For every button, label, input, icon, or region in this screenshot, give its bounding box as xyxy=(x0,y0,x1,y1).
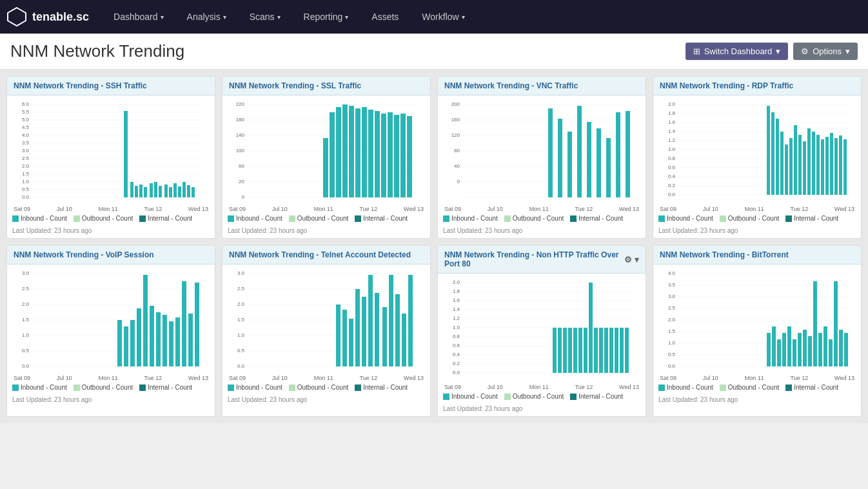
svg-rect-33 xyxy=(154,182,157,197)
svg-text:3.0: 3.0 xyxy=(237,270,245,276)
svg-text:0: 0 xyxy=(242,194,245,200)
options-button[interactable]: ⚙ Options ▾ xyxy=(793,43,858,60)
svg-rect-114 xyxy=(767,106,770,195)
svg-rect-246 xyxy=(798,333,802,366)
svg-rect-84 xyxy=(558,119,562,197)
rdp-x-labels: Sat 09 Jul 10 Mon 11 Tue 12 Wed 13 xyxy=(658,206,856,212)
svg-rect-116 xyxy=(776,119,779,195)
svg-text:0.6: 0.6 xyxy=(668,165,676,170)
svg-rect-115 xyxy=(771,112,774,195)
svg-rect-213 xyxy=(584,328,587,373)
svg-rect-127 xyxy=(825,137,829,195)
svg-text:4.5: 4.5 xyxy=(22,125,30,130)
svg-rect-152 xyxy=(156,312,161,366)
nonhttp-legend: Inbound - Count Outbound - Count Interna… xyxy=(443,393,640,400)
svg-rect-126 xyxy=(821,139,824,195)
svg-rect-217 xyxy=(604,328,608,373)
nav-scans[interactable]: Scans ▾ xyxy=(238,0,292,34)
logo-text: tenable.sc xyxy=(32,10,89,24)
chevron-down-icon: ▾ xyxy=(845,46,850,56)
nav-analysis[interactable]: Analysis ▾ xyxy=(175,0,238,34)
widget-voip-title: NNM Network Trending - VoIP Session xyxy=(14,250,154,259)
svg-rect-29 xyxy=(135,186,138,197)
svg-rect-87 xyxy=(587,122,591,197)
svg-text:1.8: 1.8 xyxy=(453,288,460,294)
switch-dashboard-button[interactable]: ⊞ Switch Dashboard ▾ xyxy=(686,43,789,60)
svg-rect-173 xyxy=(336,304,340,366)
widget-ssl-title: NNM Network Trending - SSL Traffic xyxy=(229,81,361,90)
svg-rect-158 xyxy=(195,283,199,366)
svg-rect-176 xyxy=(355,289,360,366)
page-title: NNM Network Trending xyxy=(10,41,184,61)
svg-rect-175 xyxy=(349,319,353,366)
svg-text:0.5: 0.5 xyxy=(237,348,245,354)
svg-rect-27 xyxy=(124,111,128,197)
nav-assets[interactable]: Assets xyxy=(360,0,410,34)
svg-rect-179 xyxy=(375,293,379,366)
widget-rdp-body: 2.0 1.8 1.6 1.4 1.2 1.0 0.8 0.6 0.4 0.2 … xyxy=(653,95,861,225)
svg-rect-243 xyxy=(782,333,786,366)
chevron-down-icon: ▾ xyxy=(462,14,465,21)
svg-text:0.5: 0.5 xyxy=(22,186,30,192)
svg-rect-249 xyxy=(813,281,817,366)
svg-text:0.8: 0.8 xyxy=(453,334,460,339)
svg-text:1.6: 1.6 xyxy=(453,297,460,303)
widget-rdp-title: NNM Network Trending - RDP Traffic xyxy=(660,81,793,90)
widget-telnet-title: NNM Network Trending - Telnet Account De… xyxy=(229,250,411,259)
vnc-legend: Inbound - Count Outbound - Count Interna… xyxy=(443,215,640,222)
navbar: tenable.sc Dashboard ▾ Analysis ▾ Scans … xyxy=(0,0,868,34)
svg-text:220: 220 xyxy=(236,101,245,107)
svg-rect-62 xyxy=(362,107,367,197)
svg-text:5.0: 5.0 xyxy=(22,117,30,123)
svg-rect-178 xyxy=(368,275,373,366)
svg-text:1.0: 1.0 xyxy=(22,179,30,185)
svg-rect-36 xyxy=(169,187,172,197)
svg-rect-242 xyxy=(777,339,781,366)
chevron-down-icon: ▾ xyxy=(223,14,226,21)
svg-rect-39 xyxy=(182,182,186,197)
svg-text:60: 60 xyxy=(239,163,244,169)
svg-rect-37 xyxy=(173,183,177,197)
svg-rect-244 xyxy=(787,326,791,366)
svg-text:1.0: 1.0 xyxy=(668,340,676,346)
chevron-down-icon: ▾ xyxy=(776,46,780,56)
widget-ssh-title: NNM Network Trending - SSH Traffic xyxy=(14,81,147,90)
svg-text:0.5: 0.5 xyxy=(22,348,30,354)
svg-rect-30 xyxy=(139,185,143,197)
svg-rect-156 xyxy=(182,281,186,366)
svg-rect-247 xyxy=(803,330,807,366)
svg-text:1.5: 1.5 xyxy=(237,317,245,323)
widget-nonhttp-actions[interactable]: ⚙ ▾ xyxy=(624,255,639,264)
svg-text:1.5: 1.5 xyxy=(22,317,30,323)
svg-text:1.6: 1.6 xyxy=(668,119,676,125)
svg-text:2.0: 2.0 xyxy=(22,163,30,169)
svg-text:1.0: 1.0 xyxy=(237,332,245,338)
svg-rect-174 xyxy=(342,310,347,366)
widget-vnc-body: 200 160 120 80 40 0 xyxy=(438,95,646,225)
svg-text:20: 20 xyxy=(239,179,244,185)
widget-vnc-title: NNM Network Trending - VNC Traffic xyxy=(444,81,578,90)
svg-text:4.0: 4.0 xyxy=(668,270,676,276)
svg-rect-57 xyxy=(330,112,335,197)
svg-text:0.0: 0.0 xyxy=(668,192,676,197)
svg-rect-241 xyxy=(772,326,776,366)
svg-text:0: 0 xyxy=(457,179,460,185)
nav-reporting[interactable]: Reporting ▾ xyxy=(292,0,360,34)
svg-rect-60 xyxy=(349,106,354,197)
internal-legend-box xyxy=(139,215,146,222)
svg-text:1.0: 1.0 xyxy=(453,324,460,330)
chevron-down-icon: ▾ xyxy=(161,14,164,21)
svg-text:0.0: 0.0 xyxy=(22,194,30,200)
svg-text:1.4: 1.4 xyxy=(668,128,676,134)
svg-text:100: 100 xyxy=(236,148,245,154)
nav-dashboard[interactable]: Dashboard ▾ xyxy=(102,0,175,34)
nav-workflow[interactable]: Workflow ▾ xyxy=(410,0,476,34)
svg-text:1.5: 1.5 xyxy=(668,328,676,334)
widget-voip: NNM Network Trending - VoIP Session 3.0 … xyxy=(6,245,215,417)
svg-text:0.2: 0.2 xyxy=(668,183,676,188)
svg-rect-118 xyxy=(785,145,788,195)
logo-icon xyxy=(6,6,27,27)
svg-rect-125 xyxy=(816,135,820,195)
widget-ssl-header: NNM Network Trending - SSL Traffic xyxy=(222,77,430,95)
svg-rect-157 xyxy=(188,314,193,366)
